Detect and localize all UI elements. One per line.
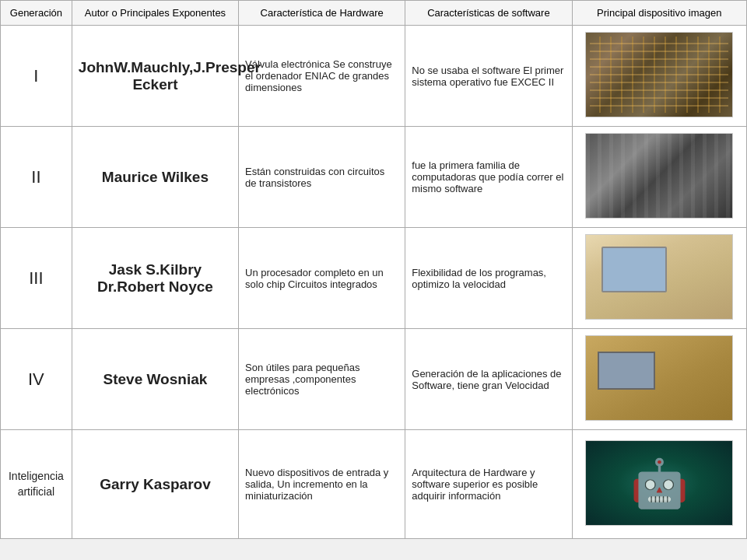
table-row: IIIJask S.Kilbry Dr.Robert NoyceUn proce…	[1, 228, 747, 329]
device-image	[585, 32, 733, 117]
image-cell	[572, 26, 746, 127]
author-cell: JohnW.Mauchly,J.Presper Eckert	[72, 26, 238, 127]
image-cell	[572, 228, 746, 329]
software-cell: fue la primera familia de computadoras q…	[405, 127, 572, 228]
table-row: IVSteve WosniakSon útiles para pequeñas …	[1, 329, 747, 430]
image-cell	[572, 329, 746, 430]
generation-cell: IV	[1, 329, 72, 430]
image-cell	[572, 430, 746, 539]
generation-cell: III	[1, 228, 72, 329]
main-table-wrapper: Generación Autor o Principales Exponente…	[0, 0, 747, 539]
hardware-cell: Válvula electrónica Se construye el orde…	[239, 26, 405, 127]
software-cell: Arquitectura de Hardware y software supe…	[405, 430, 572, 539]
author-cell: Steve Wosniak	[72, 329, 238, 430]
header-imagen: Principal dispositivo imagen	[572, 1, 746, 26]
author-cell: Jask S.Kilbry Dr.Robert Noyce	[72, 228, 238, 329]
author-cell: Garry Kasparov	[72, 430, 238, 539]
hardware-cell: Están construidas con circuitos de trans…	[239, 127, 405, 228]
device-image	[585, 234, 733, 320]
device-image	[585, 440, 733, 526]
generation-cell: Inteligencia artificial	[1, 430, 72, 539]
hardware-cell: Son útiles para pequeñas empresas ,compo…	[239, 329, 405, 430]
header-software: Características de software	[405, 1, 572, 26]
software-cell: Flexibilidad de los programas, optimizo …	[405, 228, 572, 329]
software-cell: Generación de la aplicaciones de Softwar…	[405, 329, 572, 430]
image-cell	[572, 127, 746, 228]
device-image	[585, 335, 733, 421]
header-generacion: Generación	[1, 1, 72, 26]
header-autor: Autor o Principales Exponentes	[72, 1, 238, 26]
author-cell: Maurice Wilkes	[72, 127, 238, 228]
table-row: IIMaurice WilkesEstán construidas con ci…	[1, 127, 747, 228]
generation-cell: II	[1, 127, 72, 228]
hardware-cell: Nuevo dispositivos de entrada y salida, …	[239, 430, 405, 539]
device-image	[585, 133, 733, 219]
generation-cell: I	[1, 26, 72, 127]
hardware-cell: Un procesador completo en un solo chip C…	[239, 228, 405, 329]
header-hardware: Característica de Hardware	[239, 1, 405, 26]
table-row: IJohnW.Mauchly,J.Presper EckertVálvula e…	[1, 26, 747, 127]
software-cell: No se usaba el software El primer sistem…	[405, 26, 572, 127]
generations-table: Generación Autor o Principales Exponente…	[0, 0, 747, 539]
table-row: Inteligencia artificialGarry KasparovNue…	[1, 430, 747, 539]
